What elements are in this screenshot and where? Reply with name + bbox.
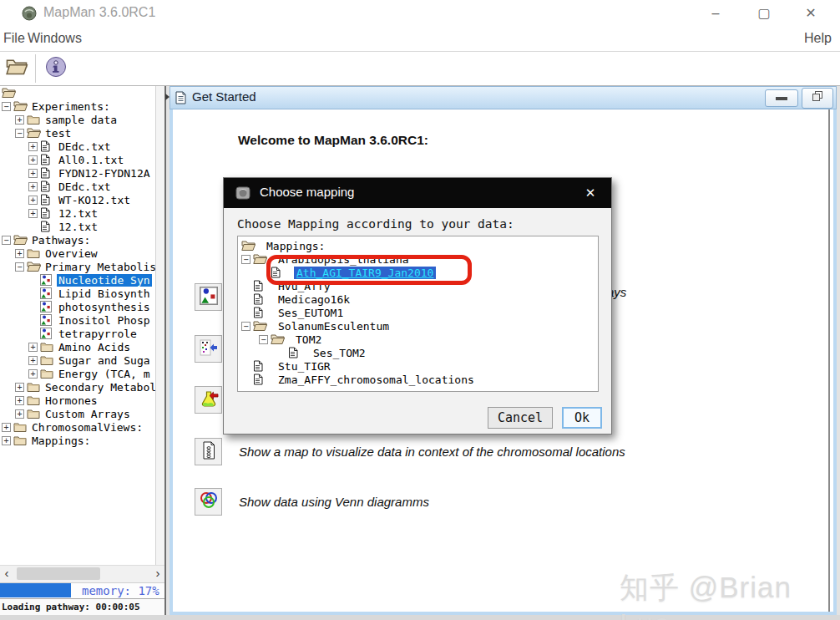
plus-expander-icon[interactable]: +: [15, 383, 24, 392]
minus-expander-icon[interactable]: −: [241, 322, 250, 331]
cancel-button[interactable]: Cancel: [488, 407, 553, 429]
tree-node-custom-arrays[interactable]: +Custom Arrays: [0, 407, 164, 420]
plus-expander-icon[interactable]: +: [28, 196, 38, 205]
plus-expander-icon[interactable]: +: [28, 369, 38, 379]
folder-open-icon: [253, 320, 268, 332]
toolbar: [0, 53, 840, 86]
tree-node-12-txt[interactable]: +12.txt: [0, 206, 164, 220]
minus-expander-icon[interactable]: −: [2, 236, 11, 245]
plus-expander-icon[interactable]: +: [15, 115, 24, 125]
annotation-red-box: [266, 255, 472, 285]
menu-bar: File Windows Help: [0, 27, 840, 52]
tree-node-dedc-txt[interactable]: +DEdc.txt: [0, 180, 164, 193]
tree-node-ses-eutom1[interactable]: Ses_EUTOM1: [238, 306, 598, 319]
doc-icon: [40, 154, 55, 165]
tree-node-root[interactable]: [0, 86, 164, 99]
tree-node-mappings[interactable]: Mappings:: [238, 239, 598, 252]
show-experiment-button[interactable]: [195, 335, 222, 363]
show-flask-button[interactable]: [195, 386, 222, 414]
folder-open-icon: [13, 100, 28, 112]
scroll-left-arrow[interactable]: ‹: [0, 565, 13, 582]
tree-node-sample-data[interactable]: +sample data: [0, 113, 164, 126]
frame-minimize-button[interactable]: [765, 89, 798, 107]
show-pathways-button[interactable]: [195, 283, 222, 311]
plus-expander-icon[interactable]: +: [28, 343, 38, 352]
plus-expander-icon[interactable]: +: [15, 249, 24, 258]
tree-node-tetrapyrrole[interactable]: tetrapyrrole: [0, 327, 164, 340]
plus-expander-icon[interactable]: +: [2, 436, 11, 445]
tree-node-label: DEdc.txt: [57, 140, 113, 153]
tree-node-tom2[interactable]: −TOM2: [238, 333, 598, 346]
tree-node-solanumesculentum[interactable]: −SolanumEsculentum: [238, 319, 598, 333]
tree-node-secondary-metabol[interactable]: +Secondary Metabol: [0, 380, 164, 394]
tree-node-medicago16k[interactable]: Medicago16k: [238, 292, 598, 306]
window-maximize-button[interactable]: ▢: [746, 2, 782, 25]
window-close-button[interactable]: ✕: [793, 2, 828, 25]
tree-node-photosynthesis[interactable]: photosynthesis: [0, 300, 164, 313]
plus-expander-icon[interactable]: +: [28, 155, 38, 165]
tree-node-12-txt[interactable]: 12.txt: [0, 220, 164, 233]
plus-expander-icon[interactable]: +: [28, 209, 38, 218]
minus-expander-icon[interactable]: −: [2, 102, 11, 111]
welcome-heading: Welcome to MapMan 3.6.0RC1:: [238, 133, 428, 148]
tree-node-label: Ses_TOM2: [311, 347, 367, 359]
frame-title: Get Started: [192, 89, 256, 104]
tree-node-dedc-txt[interactable]: +DEdc.txt: [0, 140, 164, 153]
tree-node-zma-affy-chromosomal-locations[interactable]: Zma_AFFY_chromosomal_locations: [238, 373, 598, 386]
plus-expander-icon[interactable]: +: [28, 182, 38, 191]
dialog-close-button[interactable]: ✕: [581, 185, 600, 201]
tree-node-amino-acids[interactable]: +Amino Acids: [0, 340, 164, 353]
open-file-button[interactable]: [3, 56, 31, 81]
ok-button[interactable]: Ok: [562, 407, 602, 429]
menu-file[interactable]: File: [3, 31, 25, 46]
tree-node-label: Stu_TIGR: [276, 360, 332, 373]
tree-node-fydn12-fydn12a[interactable]: +FYDN12-FYDN12A: [0, 166, 164, 180]
chromosome-map-icon: [202, 441, 215, 463]
tree-node-overview[interactable]: +Overview: [0, 246, 164, 260]
plus-expander-icon[interactable]: +: [2, 423, 11, 432]
toolbar-separator: [35, 54, 36, 83]
scrollbar-thumb[interactable]: [17, 567, 100, 580]
plus-expander-icon[interactable]: +: [15, 396, 24, 405]
tree-node-nucleotide-syn[interactable]: Nucleotide Syn: [0, 273, 164, 287]
show-chromosome-map-button[interactable]: [195, 438, 222, 465]
window-titlebar: MapMan 3.6.0RC1 – ▢ ✕: [0, 0, 840, 27]
minus-expander-icon[interactable]: −: [15, 262, 24, 272]
tree-node-all0-1-txt[interactable]: +All0.1.txt: [0, 153, 164, 166]
plus-expander-icon[interactable]: +: [28, 356, 38, 365]
tree-node-label: Ses_EUTOM1: [276, 307, 345, 319]
tree-node-energy-tca-m[interactable]: +Energy (TCA, m: [0, 367, 164, 380]
tree-node-ses-tom2[interactable]: Ses_TOM2: [238, 346, 598, 359]
plus-expander-icon[interactable]: +: [15, 409, 24, 419]
show-venn-button[interactable]: [195, 488, 222, 516]
tree-node-hormones[interactable]: +Hormones: [0, 394, 164, 407]
window-minimize-button[interactable]: –: [698, 2, 733, 25]
tree-node-label: All0.1.txt: [57, 154, 125, 166]
tree-node-mappings[interactable]: +Mappings:: [0, 434, 164, 447]
frame-scroll-edge: [828, 109, 830, 612]
doc-icon: [253, 293, 268, 305]
tree-node-test[interactable]: −test: [0, 126, 164, 140]
plus-expander-icon[interactable]: +: [28, 142, 38, 151]
tree-node-experiments[interactable]: −Experiments:: [0, 99, 164, 113]
tree-node-stu-tigr[interactable]: Stu_TIGR: [238, 359, 598, 373]
tree-node-pathways[interactable]: −Pathways:: [0, 233, 164, 246]
tree-node-primary-metabolis[interactable]: −Primary Metabolis: [0, 260, 164, 273]
minus-expander-icon[interactable]: −: [15, 129, 24, 138]
scroll-right-arrow[interactable]: ›: [151, 565, 164, 582]
menu-help[interactable]: Help: [804, 31, 832, 46]
tree-node-lipid-biosynth[interactable]: Lipid Biosynth: [0, 287, 164, 300]
tree-node-chromosomalviews[interactable]: +ChromosomalViews:: [0, 420, 164, 434]
info-button[interactable]: [42, 56, 70, 81]
plus-expander-icon[interactable]: +: [28, 169, 38, 178]
tree-node-inositol-phosp[interactable]: Inositol Phosp: [0, 313, 164, 327]
minus-expander-icon[interactable]: −: [241, 255, 250, 264]
tree-node-wt-ko12-txt[interactable]: +WT-KO12.txt: [0, 193, 164, 206]
frame-restore-button[interactable]: [802, 88, 833, 109]
sidebar-vertical-scrollbar[interactable]: [155, 86, 164, 565]
flask-icon: [199, 389, 219, 412]
minus-expander-icon[interactable]: −: [259, 335, 268, 344]
tree-node-sugar-and-suga[interactable]: +Sugar and Suga: [0, 353, 164, 367]
menu-windows[interactable]: Windows: [28, 31, 82, 46]
doc-icon: [40, 221, 55, 232]
